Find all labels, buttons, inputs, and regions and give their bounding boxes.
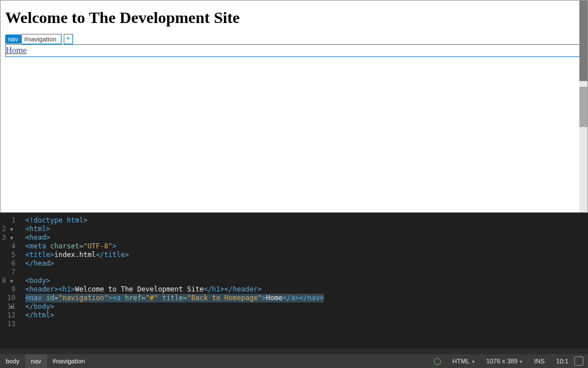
add-class-button[interactable]: + <box>64 34 73 44</box>
code-line[interactable] <box>25 268 583 277</box>
breadcrumb-nav[interactable]: nav <box>25 354 47 368</box>
scrollbar-thumb-secondary[interactable] <box>579 87 587 127</box>
chevron-down-icon: ▾ <box>470 359 475 365</box>
insert-mode[interactable]: INS <box>528 354 550 368</box>
selected-nav-element[interactable]: Home <box>5 44 581 57</box>
line-number-gutter: 12 ▼3 ▼45678 ▼910 ▼111213 <box>0 216 17 328</box>
line-number: 13 <box>0 320 17 328</box>
status-bar: body nav #navigation ◯ HTML▾ 1076 x 389▾… <box>0 354 588 368</box>
breadcrumb-body[interactable]: body <box>0 354 25 368</box>
scrollbar-thumb[interactable] <box>579 1 587 81</box>
chevron-down-icon: ▾ <box>517 359 523 365</box>
code-line[interactable]: <nav id="navigation"><a href="#" title="… <box>25 294 583 302</box>
line-number: 2 ▼ <box>0 225 17 233</box>
code-editor-pane[interactable]: 12 ▼3 ▼45678 ▼910 ▼111213 <!doctype html… <box>0 213 588 348</box>
line-number: 1 <box>0 216 17 225</box>
code-line[interactable]: </body> <box>25 302 583 311</box>
line-number: 6 <box>0 259 17 268</box>
preview-scrollbar[interactable] <box>579 1 587 212</box>
page-title: Welcome to The Development Site <box>5 9 583 27</box>
line-number: 12 <box>0 311 17 320</box>
code-line[interactable]: </html> <box>25 311 583 320</box>
line-number: 5 <box>0 251 17 259</box>
code-line[interactable]: <title>index.html</title> <box>25 251 583 259</box>
line-number: 9 <box>0 285 17 294</box>
viewport-size[interactable]: 1076 x 389▾ <box>481 354 528 368</box>
sync-status-icon[interactable]: ◯ <box>428 354 447 368</box>
live-preview-pane: Welcome to The Development Site nav + Ho… <box>0 0 588 213</box>
code-line[interactable]: <html> <box>25 225 583 233</box>
line-number: 7 <box>0 268 17 277</box>
line-number: 11 <box>0 302 17 311</box>
home-link[interactable]: Home <box>6 45 27 55</box>
line-number: 4 <box>0 242 17 251</box>
settings-icon[interactable] <box>574 356 583 366</box>
line-number: 10 ▼ <box>0 294 17 302</box>
code-line[interactable]: <head> <box>25 233 583 242</box>
element-inspector-overlay: nav + <box>5 34 73 44</box>
code-line[interactable]: <body> <box>25 277 583 285</box>
code-line[interactable]: <!doctype html> <box>25 216 583 225</box>
code-line[interactable]: <meta charset="UTF-8"> <box>25 242 583 251</box>
code-line[interactable]: <header><h1>Welcome to The Development S… <box>25 285 583 294</box>
code-line[interactable]: </head> <box>25 259 583 268</box>
code-content[interactable]: <!doctype html><html><head><meta charset… <box>25 216 583 328</box>
element-id-input[interactable] <box>21 34 61 44</box>
line-number: 8 ▼ <box>0 277 17 285</box>
element-tag-pill[interactable]: nav <box>5 34 21 44</box>
cursor-position[interactable]: 10:1 <box>551 354 574 368</box>
line-number: 3 ▼ <box>0 233 17 242</box>
language-mode[interactable]: HTML▾ <box>447 354 481 368</box>
breadcrumb-id[interactable]: #navigation <box>47 354 91 368</box>
code-line[interactable] <box>25 320 583 328</box>
